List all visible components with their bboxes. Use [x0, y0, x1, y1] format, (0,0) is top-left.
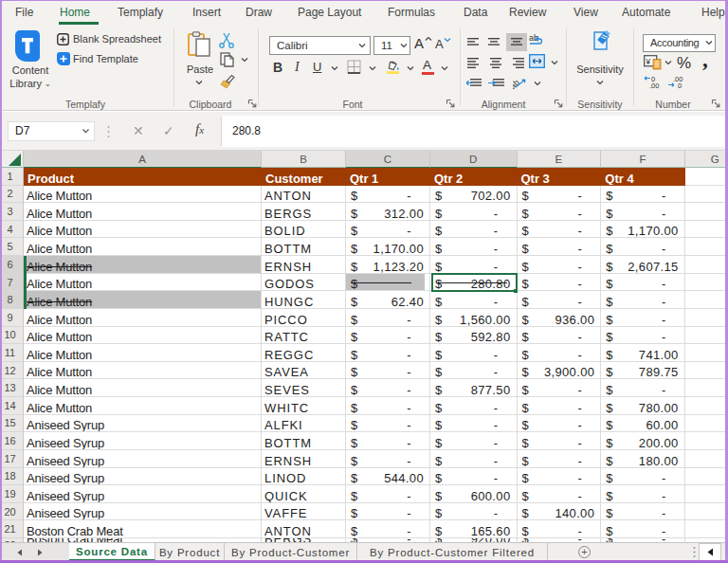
- svg-text:0: 0: [678, 82, 682, 89]
- svg-text:.00: .00: [649, 82, 659, 89]
- svg-text:¥: ¥: [645, 57, 651, 66]
